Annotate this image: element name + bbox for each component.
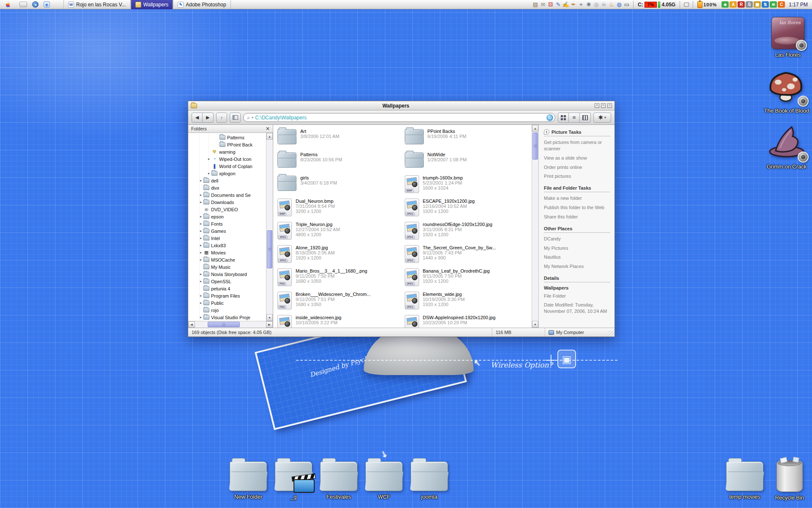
tree-item-my-music[interactable]: My Music — [188, 263, 266, 271]
file-tile[interactable]: JPEGDSW-AppleInspired-812x508.jpg10/23… — [405, 315, 532, 328]
mail-icon[interactable]: ✉ — [539, 0, 547, 9]
close-button[interactable] — [607, 103, 612, 108]
file-tile[interactable]: JPEGinside_widescreen.jpg10/10/2005 3:22… — [277, 315, 405, 328]
expand-arrow-icon[interactable]: ▸ — [199, 236, 203, 240]
task-link[interactable]: My Network Places — [544, 263, 610, 270]
task-link[interactable]: Share this folder — [544, 214, 610, 220]
disk-meter[interactable]: C: 7% 4.05G — [636, 2, 677, 8]
desktop-icon-wcf[interactable]: WCF — [361, 461, 407, 500]
tree-item-msocache[interactable]: ▸MSOCache — [188, 256, 266, 263]
expand-arrow-icon[interactable]: ▸ — [199, 258, 203, 262]
close-icon[interactable]: ✕ — [266, 126, 270, 132]
sync-icon[interactable]: ⇅ — [762, 1, 769, 8]
address-text[interactable]: C:\DCandy\Wallpapers — [255, 115, 545, 121]
expand-arrow-icon[interactable]: ▸ — [199, 272, 203, 276]
expand-arrow-icon[interactable]: ▸ — [199, 229, 203, 233]
navigation-button[interactable]: ◂ — [32, 1, 38, 8]
wifi-icon[interactable]: ≋ — [770, 1, 777, 8]
desktop-icon-festivales[interactable]: Festivales — [315, 461, 362, 500]
taskbar-item-folder[interactable]: Wallpapers — [131, 0, 173, 9]
file-tile[interactable]: BMPtriumph-1600x.bmp5/23/2001 1:24 PM160… — [405, 175, 532, 198]
expand-arrow-icon[interactable]: ▸ — [199, 243, 203, 247]
task-link[interactable]: DCandy — [544, 236, 610, 242]
binoculars-icon[interactable]: ⌖ — [577, 0, 585, 9]
tree-item-games[interactable]: ▸Games — [188, 227, 266, 235]
file-tile[interactable]: Art3/8/2006 12:01 AM — [277, 128, 405, 152]
tree-item-openssl[interactable]: ▸OpenSSL — [188, 278, 266, 285]
task-link[interactable]: My Pictures — [544, 245, 610, 251]
torch-icon[interactable]: ♨ — [608, 0, 615, 9]
tree-item-divx[interactable]: divx — [188, 184, 266, 191]
tree-item-program-files[interactable]: ▸Program Files — [188, 292, 266, 299]
taskbar-item-photoshop[interactable]: ✎Adobe Photoshop — [173, 0, 230, 9]
view-icons-button[interactable] — [558, 113, 569, 123]
section-header[interactable]: !Picture Tasks — [544, 129, 610, 136]
tree-item-xplogon[interactable]: ▸xplogon — [188, 170, 266, 177]
back-button[interactable]: ◀ — [192, 113, 203, 123]
desktop-icon-new-folder[interactable]: New Folder — [225, 461, 272, 500]
dice-icon[interactable]: ⚄ — [547, 0, 554, 9]
desktop-icon-temp-movies[interactable]: temp movies — [721, 461, 768, 500]
maximize-button[interactable] — [601, 103, 606, 108]
scroll-down-button[interactable]: ▼ — [532, 321, 538, 328]
window-titlebar[interactable]: Wallpapers — [188, 101, 614, 110]
go-refresh-button[interactable]: ↻ — [546, 114, 553, 121]
minimize-button[interactable] — [595, 103, 599, 108]
tree-item-dvd-video[interactable]: ◉DVD_VIDEO — [188, 206, 266, 213]
tree-item-ppoint-back[interactable]: PPoint Back — [188, 141, 266, 148]
file-tile[interactable]: NotWide1/29/2007 1:08 PM — [405, 152, 532, 175]
task-link[interactable]: Publish this folder to the Web — [544, 204, 610, 211]
task-link[interactable]: Make a new folder — [544, 195, 610, 202]
file-tile[interactable]: JPEGBanana_Leaf_by_OrodrethC.jpg9/11/200… — [405, 268, 532, 291]
tree-item-warning[interactable]: ☢warning — [188, 148, 266, 155]
messenger-icon[interactable]: ☻ — [721, 1, 729, 8]
section-header[interactable]: Other Places — [544, 226, 610, 233]
file-tile[interactable]: Patterns8/23/2006 10:56 PM — [277, 152, 405, 175]
tree-item-rojo[interactable]: rojo — [188, 306, 266, 314]
desktop-icon-las-flores[interactable]: las floresLas Flores — [765, 17, 811, 58]
section-header[interactable]: File and Folder Tasks — [544, 185, 610, 192]
file-tile[interactable]: PPoint Backs6/19/2006 4:11 PM — [405, 128, 532, 152]
view-list-button[interactable]: ≡ — [569, 113, 580, 123]
up-button[interactable]: ↑ — [216, 113, 227, 123]
desktop-icon--g[interactable]: _g — [270, 461, 317, 500]
show-desktop-button[interactable] — [19, 2, 27, 7]
expand-arrow-icon[interactable]: ▸ — [199, 251, 203, 254]
aim-icon[interactable]: A — [730, 1, 737, 8]
color-grid-icon[interactable]: ▦ — [754, 1, 761, 8]
chevron-down-icon[interactable]: ▾ — [252, 116, 253, 119]
battery-indicator[interactable]: 100% — [696, 1, 719, 8]
file-tile[interactable]: BMPDual_Neuron.bmp7/31/2004 8:54 PM3200 … — [277, 198, 405, 221]
desktop-icon-the-book-of-blood[interactable]: The Book of Blood — [763, 68, 810, 114]
forward-button[interactable]: ▶ — [203, 113, 214, 123]
tree-item-lxkx83[interactable]: ▸Lxkx83 — [188, 242, 266, 249]
expand-arrow-icon[interactable]: ▸ — [199, 315, 203, 319]
expand-arrow-icon[interactable]: ▸ — [199, 179, 203, 182]
expand-arrow-icon[interactable]: ▸ — [199, 200, 203, 204]
tree-item-movies[interactable]: ▸▦Movies — [188, 249, 266, 256]
section-header[interactable]: Details — [544, 276, 610, 282]
apple-menu-icon[interactable] — [4, 1, 11, 8]
file-tile[interactable]: JPEGElements_wide.jpg10/19/2005 3:30 PM1… — [405, 291, 532, 315]
tree-horizontal-scrollbar[interactable]: ◀ ▶ — [188, 321, 273, 328]
tree-item-novia-storyboard[interactable]: ▸Novia Storyboard — [188, 271, 266, 278]
tree-item-intel[interactable]: ▸Intel — [188, 235, 266, 242]
expand-arrow-icon[interactable]: ▸ — [207, 171, 211, 175]
view-columns-button[interactable] — [580, 113, 591, 123]
file-tile[interactable]: JPEGAlone_1920.jpg8/18/2005 2:05 AM1920 … — [277, 245, 405, 268]
tree-item-epson[interactable]: ▸epson — [188, 213, 266, 220]
tree-item-petunia-4[interactable]: petunia 4 — [188, 285, 266, 292]
laptop-icon[interactable]: ▭ — [623, 0, 631, 9]
tree-item-public[interactable]: ▸Public — [188, 299, 266, 306]
folders-toggle-button[interactable] — [230, 113, 241, 123]
file-tile[interactable]: PNGBroken___Widescreen_by_Chrom...9/11/2… — [277, 291, 405, 315]
tree-item-wiped-out-icon[interactable]: ▸◔Wiped-Out Icon — [188, 155, 266, 163]
task-link[interactable]: View as a slide show — [544, 155, 610, 161]
expand-arrow-icon[interactable]: ▸ — [199, 215, 203, 218]
sygate-icon[interactable]: S — [746, 1, 753, 8]
task-link[interactable]: Get pictures from camera or scanner — [544, 139, 610, 152]
skull-icon[interactable]: ☠ — [600, 0, 608, 9]
list-vertical-scrollbar[interactable]: ▲ ▼ — [532, 125, 538, 328]
disc-icon[interactable]: ◎ — [593, 0, 600, 9]
globe-icon[interactable]: ◍ — [615, 0, 623, 9]
